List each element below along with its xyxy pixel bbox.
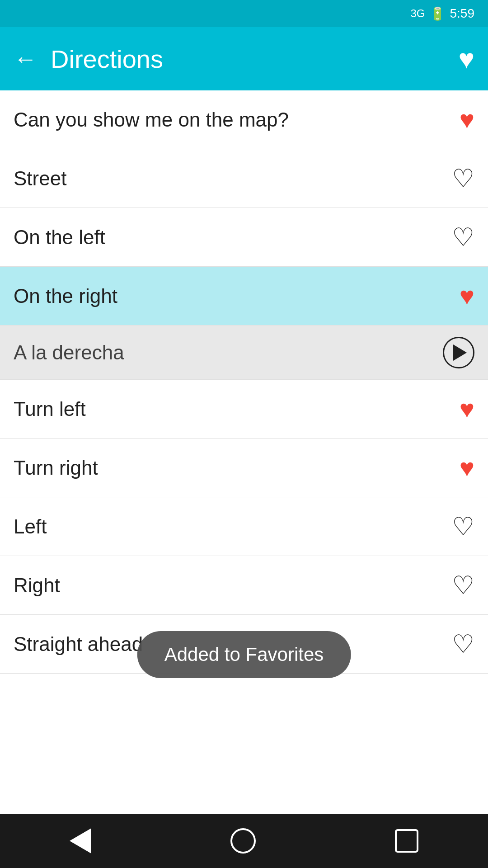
list-item-text: Street [14, 167, 66, 190]
nav-back-button[interactable] [70, 828, 91, 854]
page-title: Directions [51, 44, 163, 74]
favorite-button[interactable]: ♡ [452, 164, 474, 193]
list-item-text: Can you show me on the map? [14, 108, 289, 131]
favorite-button[interactable]: ♡ [452, 571, 474, 600]
directions-list: Can you show me on the map?♥Street♡On th… [0, 90, 488, 674]
list-item[interactable]: On the right♥ [0, 267, 488, 326]
list-item[interactable]: Left♡ [0, 497, 488, 556]
header-left: ← Directions [14, 44, 163, 74]
list-item[interactable]: Turn right♥ [0, 439, 488, 497]
list-item[interactable]: On the left♡ [0, 208, 488, 267]
list-item[interactable]: Can you show me on the map?♥ [0, 90, 488, 149]
list-item-text: Left [14, 515, 47, 538]
favorite-button[interactable]: ♥ [460, 105, 474, 134]
navigation-bar [0, 814, 488, 868]
back-button[interactable]: ← [14, 47, 37, 71]
header: ← Directions ♥ [0, 27, 488, 90]
nav-home-button[interactable] [230, 828, 256, 854]
nav-recent-button[interactable] [395, 829, 418, 853]
time-display: 5:59 [450, 6, 475, 21]
status-bar: 3G 🔋 5:59 [0, 0, 488, 27]
favorite-button[interactable]: ♥ [460, 394, 474, 424]
nav-back-icon [70, 828, 91, 854]
nav-home-icon [230, 828, 256, 854]
list-item[interactable]: Turn left♥ [0, 380, 488, 439]
list-item-text: Straight ahead [14, 633, 143, 656]
list-item[interactable]: A la derecha [0, 326, 488, 380]
header-favorite-button[interactable]: ♥ [458, 43, 474, 75]
list-item-text: Turn right [14, 457, 98, 479]
signal-icon: 3G [410, 7, 425, 20]
list-item-text: A la derecha [14, 341, 124, 364]
favorite-button[interactable]: ♥ [460, 281, 474, 311]
favorite-button[interactable]: ♡ [452, 222, 474, 252]
list-item-text: Turn left [14, 398, 86, 420]
list-item-text: Right [14, 574, 60, 597]
favorite-button[interactable]: ♥ [460, 453, 474, 482]
list-item[interactable]: Right♡ [0, 556, 488, 615]
play-button[interactable] [443, 337, 474, 368]
favorite-button[interactable]: ♡ [452, 629, 474, 659]
status-icons: 3G 🔋 5:59 [410, 6, 474, 21]
list-item-text: On the right [14, 285, 117, 307]
battery-icon: 🔋 [430, 6, 446, 21]
list-item[interactable]: Straight ahead♡ [0, 615, 488, 674]
play-icon [453, 344, 467, 361]
favorite-button[interactable]: ♡ [452, 512, 474, 541]
nav-recent-icon [395, 829, 418, 853]
list-item[interactable]: Street♡ [0, 149, 488, 208]
list-item-text: On the left [14, 226, 105, 249]
